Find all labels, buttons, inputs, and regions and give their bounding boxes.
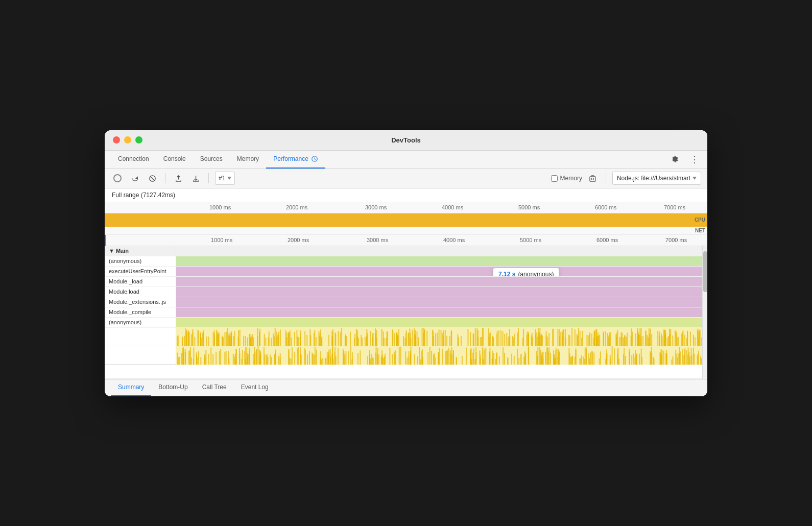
node-selector-value: Node.js: file:///Users/stmart (617, 175, 690, 182)
memory-checkbox[interactable] (551, 175, 558, 182)
devtools-window: DevTools Connection Console Sources Memo… (105, 130, 707, 396)
svg-rect-373 (638, 334, 639, 346)
svg-rect-671 (556, 350, 557, 365)
svg-rect-761 (265, 354, 266, 365)
svg-rect-598 (178, 357, 179, 365)
svg-rect-213 (441, 330, 442, 346)
svg-rect-50 (296, 330, 297, 346)
svg-rect-329 (426, 330, 427, 346)
svg-rect-582 (493, 353, 494, 365)
svg-rect-700 (400, 346, 401, 364)
svg-rect-400 (320, 329, 321, 346)
svg-rect-322 (545, 335, 546, 346)
svg-rect-733 (185, 352, 186, 365)
flame-row-anonymous-1[interactable]: (anonymous) (105, 256, 707, 267)
svg-rect-773 (507, 358, 508, 365)
clear-button[interactable] (146, 172, 159, 185)
svg-rect-341 (300, 337, 301, 346)
memory-checkbox-area: Memory (551, 175, 582, 182)
svg-rect-716 (473, 348, 474, 365)
svg-rect-399 (346, 336, 347, 346)
svg-rect-242 (667, 337, 668, 346)
node-selector[interactable]: Node.js: file:///Users/stmart (612, 172, 701, 185)
flame-row-extensions[interactable]: Module._extensions..js (105, 297, 707, 307)
svg-rect-123 (206, 336, 207, 346)
flame-row-execute[interactable]: executeUserEntryPoint 7.12 s (anonymous) (105, 267, 707, 277)
tab-call-tree[interactable]: Call Tree (195, 379, 234, 396)
vertical-scrollbar[interactable] (702, 246, 707, 379)
svg-rect-187 (229, 332, 230, 346)
flame-row-module-load2[interactable]: Module.load (105, 287, 707, 297)
tab-connection[interactable]: Connection (111, 150, 156, 169)
svg-rect-353 (541, 333, 542, 346)
tab-console[interactable]: Console (156, 150, 193, 169)
svg-rect-173 (335, 333, 336, 346)
more-options-button[interactable]: ⋮ (688, 153, 701, 166)
profile-selector[interactable]: #1 (215, 172, 235, 185)
tab-memory[interactable]: Memory (230, 150, 266, 169)
tab-event-log[interactable]: Event Log (234, 379, 276, 396)
extensions-bar (176, 297, 707, 307)
reload-record-button[interactable] (128, 172, 141, 185)
svg-rect-333 (423, 333, 424, 346)
record-button[interactable] (111, 172, 124, 185)
svg-rect-244 (273, 333, 274, 346)
svg-rect-455 (448, 347, 449, 364)
svg-rect-657 (264, 347, 265, 364)
svg-rect-24 (610, 332, 611, 346)
svg-rect-252 (403, 336, 404, 346)
svg-rect-576 (377, 353, 378, 364)
svg-rect-222 (476, 328, 477, 346)
svg-rect-316 (208, 336, 209, 346)
svg-rect-389 (250, 333, 251, 346)
close-button[interactable] (113, 136, 120, 144)
download-button[interactable] (189, 172, 202, 185)
minimize-button[interactable] (124, 136, 131, 144)
tick2-6000: 6000 ms (596, 237, 618, 243)
tab-summary[interactable]: Summary (111, 379, 151, 396)
svg-rect-457 (200, 357, 201, 365)
svg-rect-704 (489, 352, 490, 365)
svg-rect-752 (546, 347, 547, 364)
svg-rect-740 (330, 349, 331, 364)
svg-rect-613 (586, 347, 587, 364)
svg-rect-509 (584, 359, 585, 365)
svg-rect-192 (547, 337, 548, 346)
svg-rect-11 (508, 337, 509, 346)
maximize-button[interactable] (135, 136, 142, 144)
svg-rect-729 (309, 351, 310, 365)
svg-rect-356 (581, 338, 582, 346)
flame-row-anonymous-2[interactable]: (anonymous) (105, 318, 707, 328)
svg-rect-488 (523, 356, 524, 365)
svg-rect-229 (477, 330, 479, 346)
flame-row-module-load[interactable]: Module._load (105, 277, 707, 287)
svg-rect-383 (562, 336, 563, 346)
tab-performance[interactable]: Performance (266, 150, 325, 169)
gc-button[interactable] (586, 172, 600, 185)
svg-rect-259 (490, 332, 491, 346)
svg-rect-684 (210, 347, 211, 364)
svg-rect-254 (565, 328, 566, 346)
svg-rect-767 (475, 347, 476, 365)
tab-sources[interactable]: Sources (193, 150, 230, 169)
extensions-label: Module._extensions..js (105, 297, 176, 307)
svg-rect-600 (520, 353, 521, 364)
svg-rect-629 (639, 353, 640, 364)
svg-rect-609 (625, 355, 626, 364)
svg-rect-78 (253, 337, 254, 346)
main-track-row[interactable]: ▼ Main (105, 246, 707, 256)
svg-rect-326 (338, 330, 339, 346)
svg-rect-393 (331, 336, 332, 346)
svg-rect-470 (181, 353, 182, 365)
svg-rect-7 (316, 337, 317, 346)
flame-row-compile[interactable]: Module._compile (105, 307, 707, 318)
svg-rect-357 (497, 331, 498, 346)
scrollbar-thumb[interactable] (703, 251, 707, 292)
tab-bottom-up[interactable]: Bottom-Up (151, 379, 195, 396)
svg-rect-706 (370, 358, 371, 365)
svg-rect-639 (484, 350, 485, 364)
svg-rect-520 (257, 346, 258, 365)
settings-button[interactable] (668, 153, 682, 166)
upload-button[interactable] (172, 172, 185, 185)
svg-rect-617 (345, 351, 346, 364)
